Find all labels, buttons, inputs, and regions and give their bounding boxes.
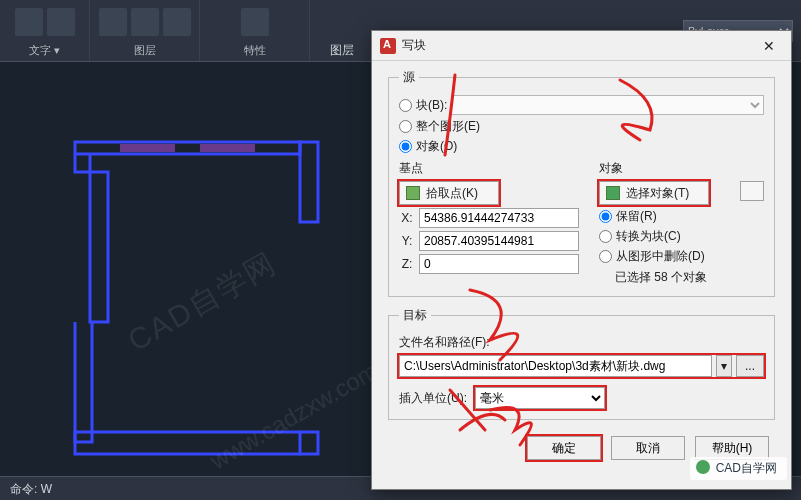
radio-objects-label: 对象(O) xyxy=(416,138,457,155)
basepoint-group: 基点 拾取点(K) X: Y: Z: xyxy=(399,158,579,286)
z-label: Z: xyxy=(399,257,415,271)
y-label: Y: xyxy=(399,234,415,248)
text-icon[interactable] xyxy=(15,8,43,36)
dialog-title: 写块 xyxy=(402,37,755,54)
ribbon-group-props: 特性 xyxy=(200,0,310,61)
radio-block-label: 块(B): xyxy=(416,97,447,114)
target-legend: 目标 xyxy=(399,307,431,324)
group-label: 图层 xyxy=(134,43,156,58)
layer-props-icon[interactable] xyxy=(99,8,127,36)
path-label: 文件名和路径(F): xyxy=(399,334,764,351)
selected-count: 已选择 58 个对象 xyxy=(615,269,764,286)
y-input[interactable] xyxy=(419,231,579,251)
select-objects-button[interactable]: 选择对象(T) xyxy=(599,181,709,205)
units-select[interactable]: 毫米 xyxy=(475,387,605,409)
radio-block[interactable] xyxy=(399,99,412,112)
target-fieldset: 目标 文件名和路径(F): ▾ ... 插入单位(U): 毫米 xyxy=(388,307,775,420)
cmd-prompt: 命令: W xyxy=(10,482,52,496)
path-dropdown-icon[interactable]: ▾ xyxy=(716,355,732,377)
layer-freeze-icon[interactable] xyxy=(163,8,191,36)
cancel-button[interactable]: 取消 xyxy=(611,436,685,460)
svg-rect-0 xyxy=(120,144,175,152)
table-icon[interactable] xyxy=(47,8,75,36)
radio-delete[interactable] xyxy=(599,250,612,263)
path-input[interactable] xyxy=(399,355,712,377)
radio-retain[interactable] xyxy=(599,210,612,223)
units-label: 插入单位(U): xyxy=(399,390,467,407)
block-select xyxy=(451,95,764,115)
objects-group: 对象 选择对象(T) 保留(R) 转换为块(C) 从图形中删除(D) 已选择 5… xyxy=(599,158,764,286)
radio-objects[interactable] xyxy=(399,140,412,153)
dialog-titlebar: 写块 ✕ xyxy=(372,31,791,61)
source-legend: 源 xyxy=(399,69,419,86)
z-input[interactable] xyxy=(419,254,579,274)
basepoint-legend: 基点 xyxy=(399,160,579,177)
wblock-dialog: 写块 ✕ 源 块(B): 整个图形(E) 对象(O) 基点 xyxy=(371,30,792,490)
pick-point-button[interactable]: 拾取点(K) xyxy=(399,181,499,205)
group-label: 文字 ▾ xyxy=(29,43,60,58)
x-label: X: xyxy=(399,211,415,225)
ribbon-group-layer: 图层 xyxy=(90,0,200,61)
source-fieldset: 源 块(B): 整个图形(E) 对象(O) 基点 拾取点(K) xyxy=(388,69,775,297)
ok-button[interactable]: 确定 xyxy=(527,436,601,460)
browse-button[interactable]: ... xyxy=(736,355,764,377)
objects-legend: 对象 xyxy=(599,160,764,177)
x-input[interactable] xyxy=(419,208,579,228)
quick-select-button[interactable] xyxy=(740,181,764,201)
autocad-logo-icon xyxy=(380,38,396,54)
svg-rect-1 xyxy=(200,144,255,152)
panel-tab-layer[interactable]: 图层 xyxy=(330,42,354,59)
close-icon[interactable]: ✕ xyxy=(755,38,783,54)
match-props-icon[interactable] xyxy=(241,8,269,36)
group-label: 特性 xyxy=(244,43,266,58)
select-objects-icon xyxy=(606,186,620,200)
layer-off-icon[interactable] xyxy=(131,8,159,36)
radio-convert[interactable] xyxy=(599,230,612,243)
radio-entire-label: 整个图形(E) xyxy=(416,118,480,135)
ribbon-group-text: 文字 ▾ xyxy=(0,0,90,61)
source-badge: CAD自学网 xyxy=(690,457,787,480)
radio-entire[interactable] xyxy=(399,120,412,133)
pick-point-icon xyxy=(406,186,420,200)
